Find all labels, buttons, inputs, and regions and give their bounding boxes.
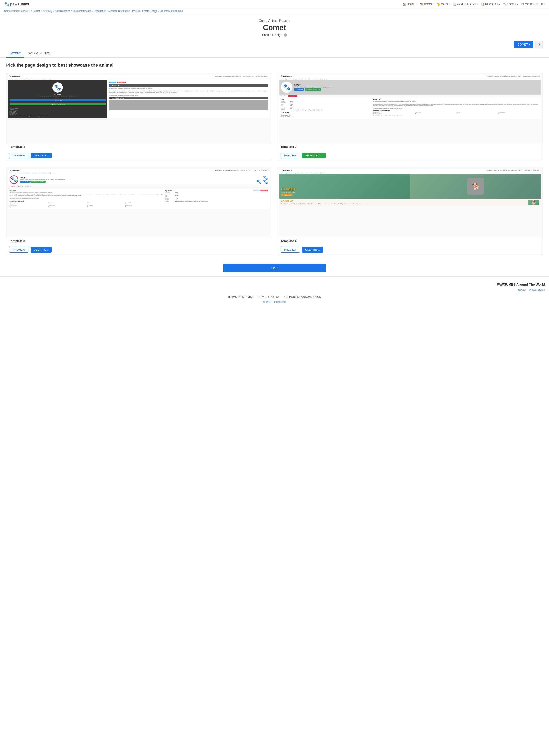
t4-hero-section: 🐕 COMET Female, 4 Years, 77 lbs. 🐾 ADOPT… — [279, 174, 541, 199]
nav-cats[interactable]: 🐈 CATS — [437, 3, 450, 6]
template-1-name: Template 1 — [6, 143, 271, 151]
save-button[interactable]: SAVE — [223, 264, 326, 272]
tab-override-text[interactable]: OVERRIDE TEXT — [24, 50, 54, 58]
t3-adopt-button[interactable]: 🐾 ADOPT ME — [20, 181, 30, 183]
animal-name: Comet — [4, 23, 545, 32]
template-3-actions: PREVIEW USE THIS □ — [6, 245, 271, 255]
save-section: SAVE — [0, 260, 549, 276]
tabs: LAYOUT OVERRIDE TEXT — [0, 50, 549, 58]
t3-tab-about[interactable]: ABOUT — [10, 185, 16, 188]
template-4-name: Template 4 — [278, 237, 543, 245]
template-3-preview: 🐾 pawsumes FEATURESRESCUE ORGANIZATIONSS… — [6, 167, 271, 237]
breadcrumb-activity[interactable]: Activity — [44, 10, 52, 13]
breadcrumb-administrative[interactable]: Administrative — [55, 10, 70, 13]
template-1-preview-button[interactable]: PREVIEW — [9, 153, 28, 158]
action-bar: COMET ▾ ⚙ — [0, 39, 549, 50]
template-2-actions: PREVIEW SELECTED ✓ — [278, 151, 543, 161]
footer-lang-english[interactable]: ENGLISH — [274, 301, 286, 304]
template-2-selected-button[interactable]: SELECTED ✓ — [302, 153, 326, 158]
site-logo: 🐾 pawsumes — [4, 2, 29, 7]
help-icon[interactable]: ? — [284, 33, 287, 37]
template-1-preview: 🐾 pawsumes FEATURESRESCUE ORGANIZATIONSS… — [6, 73, 271, 143]
footer-privacy-link[interactable]: PRIVACY POLICY — [258, 295, 280, 298]
t3-decorative-paws: 🐾🐾 🐾 — [256, 176, 268, 184]
breadcrumb: Demo Animal Rescue ▾ / Comet ▾ / Activit… — [0, 8, 549, 14]
footer: PAWSUMES Around The World Taiwan United … — [0, 276, 549, 308]
t3-tab-photos[interactable]: PHOTOS — [16, 185, 24, 188]
footer-tos-link[interactable]: TERMS OF SERVICE — [228, 295, 254, 298]
template-1-mini-nav: 🐾 pawsumes FEATURESRESCUE ORGANIZATIONSS… — [8, 75, 270, 78]
template-2-preview-button[interactable]: PREVIEW — [281, 153, 300, 158]
template-card-2: 🐾 pawsumes FEATURESRESCUE ORGANIZATIONSS… — [278, 73, 543, 161]
paw-icon: 🐾 — [4, 2, 9, 7]
breadcrumb-demo-animal-rescue[interactable]: Demo Animal Rescue — [4, 10, 28, 13]
breadcrumb-description[interactable]: Description — [94, 10, 106, 13]
template-4-preview-button[interactable]: PREVIEW — [281, 247, 300, 253]
template-3-use-button[interactable]: USE THIS □ — [31, 247, 52, 253]
t3-tab-contact[interactable]: CONTACT — [24, 185, 32, 188]
site-name: pawsumes — [10, 2, 29, 6]
breadcrumb-photos[interactable]: Photos — [132, 10, 140, 13]
template-2-preview: 🐾 pawsumes FEATURESRESCUE ORGANIZATIONSS… — [278, 73, 543, 143]
tab-layout[interactable]: LAYOUT — [6, 50, 24, 58]
template-2-mini-nav: 🐾 pawsumes FEATURESRESCUE ORGANIZATIONSS… — [279, 75, 541, 78]
nav-links: 🏠 HOME 🐕 DOGS 🐈 CATS 📋 APPLICATIONS 📊 RE… — [403, 3, 545, 6]
t2-paw-icon: 🐾 — [281, 82, 292, 93]
template-card-3: 🐾 pawsumes FEATURESRESCUE ORGANIZATIONSS… — [6, 167, 271, 255]
page-header: Demo Animal Rescue Comet Profile Design … — [0, 14, 549, 39]
footer-world-title: PAWSUMES Around The World — [4, 283, 545, 286]
breadcrumb-3rd-party[interactable]: 3rd Party Information — [160, 10, 183, 13]
t4-dog-photo: 🐕 — [467, 178, 484, 195]
nav-reports[interactable]: 📊 REPORTS — [481, 3, 500, 6]
top-navigation: 🐾 pawsumes 🏠 HOME 🐕 DOGS 🐈 CATS 📋 APPLIC… — [0, 0, 549, 8]
template-1-use-button[interactable]: USE THIS □ — [31, 153, 52, 158]
t1-adopt-button[interactable]: 🐾 ADOPT ME — [10, 99, 106, 101]
template-4-mini-nav: 🐾 pawsumes FEATURESRESCUE ORGANIZATIONSS… — [279, 169, 541, 172]
template-3-mini-nav: 🐾 pawsumes FEATURESRESCUE ORGANIZATIONSS… — [8, 169, 270, 172]
org-name: Demo Animal Rescue — [4, 19, 545, 23]
t1-picture-placeholder — [109, 100, 268, 110]
breadcrumb-medical-information[interactable]: Medical Information — [108, 10, 130, 13]
footer-links: TERMS OF SERVICE PRIVACY POLICY SUPPORT@… — [4, 295, 545, 298]
template-4-use-button[interactable]: USE THIS □ — [302, 247, 323, 253]
nav-home[interactable]: 🏠 HOME — [403, 3, 417, 6]
breadcrumb-comet[interactable]: Comet — [33, 10, 40, 13]
main-content: Pick the page design to best showcase th… — [0, 58, 549, 260]
page-type: Profile Design ? — [4, 33, 545, 37]
nav-applications[interactable]: 📋 APPLICATIONS — [453, 3, 478, 6]
template-1-actions: PREVIEW USE THIS □ — [6, 151, 271, 161]
footer-lang-traditional-chinese[interactable]: 繁體字 — [263, 301, 271, 304]
t2-adopt-button[interactable]: 🐾 ADOPT ME — [294, 88, 304, 91]
template-card-1: 🐾 pawsumes FEATURESRESCUE ORGANIZATIONSS… — [6, 73, 271, 161]
template-card-4: 🐾 pawsumes FEATURESRESCUE ORGANIZATIONSS… — [278, 167, 543, 255]
dropdown-arrow-icon: ▾ — [529, 43, 530, 46]
section-title: Pick the page design to best showcase th… — [6, 63, 543, 68]
template-2-name: Template 2 — [278, 143, 543, 151]
footer-countries: Taiwan United States — [4, 288, 545, 291]
comet-button[interactable]: COMET ▾ — [514, 41, 533, 48]
breadcrumb-basic-information[interactable]: Basic Information — [72, 10, 91, 13]
template-4-actions: PREVIEW USE THIS □ — [278, 245, 543, 255]
template-3-preview-button[interactable]: PREVIEW — [9, 247, 28, 253]
nav-tools[interactable]: 🔧 TOOLS — [503, 3, 518, 6]
t2-donate-button[interactable]: 💚 DONATE To My CARE — [305, 88, 321, 91]
t3-donate-button[interactable]: 💚 DONATE To My CARE — [30, 181, 46, 183]
template-grid: 🐾 pawsumes FEATURESRESCUE ORGANIZATIONSS… — [6, 73, 543, 255]
template-4-preview: 🐾 pawsumes FEATURESRESCUE ORGANIZATIONSS… — [278, 167, 543, 237]
t4-adopt-button[interactable]: 🐾 ADOPT ME — [281, 194, 293, 196]
gear-icon: ⚙ — [538, 43, 540, 46]
nav-dogs[interactable]: 🐕 DOGS — [420, 3, 434, 6]
t1-paw-icon: 🐾 — [52, 82, 63, 93]
gear-button[interactable]: ⚙ — [535, 41, 543, 48]
footer-support-link[interactable]: SUPPORT@PAWSUMES.COM — [284, 295, 321, 298]
t3-paw-circle: 🐾 — [10, 175, 18, 184]
breadcrumb-profile-design[interactable]: Profile Design — [142, 10, 158, 13]
t4-side-photo: 🐕 — [528, 200, 539, 205]
template-3-name: Template 3 — [6, 237, 271, 245]
footer-united-states-link[interactable]: United States — [529, 288, 545, 291]
footer-taiwan-link[interactable]: Taiwan — [518, 288, 526, 291]
nav-user[interactable]: DEMO RESCUER — [521, 3, 545, 6]
footer-language-switcher: 繁體字 ENGLISH — [4, 300, 545, 304]
t1-donate-button[interactable]: 💚 DONATE To My CARE — [10, 103, 106, 105]
